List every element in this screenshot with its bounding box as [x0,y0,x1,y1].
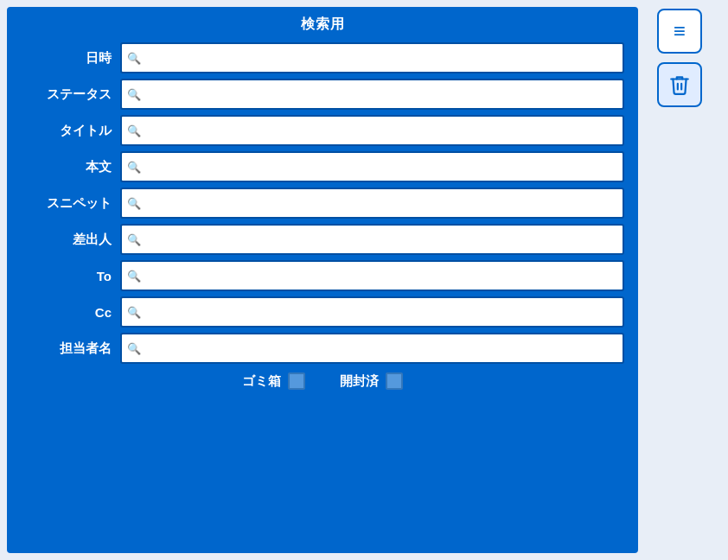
form-row-5: 差出人🔍 [21,224,624,255]
field-label-2: タイトル [21,123,120,139]
kaifuzumi-checkbox[interactable] [386,372,403,390]
gomibako-label: ゴミ箱 [242,373,281,390]
field-label-4: スニペット [21,195,120,212]
form-row-7: Cc🔍 [21,296,624,328]
field-label-8: 担当者名 [21,340,120,357]
field-label-3: 本文 [21,159,120,175]
field-label-7: Cc [21,305,120,320]
panel-title: 検索用 [21,16,624,34]
sidebar [645,0,714,560]
field-input-To[interactable] [120,260,624,291]
checkbox-gomibako-group: ゴミ箱 [242,372,305,390]
field-label-6: To [21,269,120,283]
field-label-5: 差出人 [21,232,120,248]
field-label-1: ステータス [21,86,120,103]
trash-icon [668,73,691,96]
field-input-本文[interactable] [120,151,624,182]
trash-button[interactable] [657,62,702,107]
form-row-8: 担当者名🔍 [21,333,624,364]
form-row-2: タイトル🔍 [21,115,624,146]
gomibako-checkbox[interactable] [288,372,305,390]
field-input-ステータス[interactable] [120,79,624,110]
field-input-担当者名[interactable] [120,333,624,364]
field-input-Cc[interactable] [120,296,624,328]
menu-icon [674,19,686,43]
menu-button[interactable] [657,9,702,54]
field-label-0: 日時 [21,50,120,67]
bottom-row: ゴミ箱 開封済 [21,372,624,390]
form-row-1: ステータス🔍 [21,79,624,110]
field-input-スニペット[interactable] [120,188,624,219]
form-row-6: To🔍 [21,260,624,291]
field-input-日時[interactable] [120,42,624,73]
form-row-0: 日時🔍 [21,42,624,73]
search-panel: 検索用 日時🔍ステータス🔍タイトル🔍本文🔍スニペット🔍差出人🔍To🔍Cc🔍担当者… [7,7,638,553]
form-row-3: 本文🔍 [21,151,624,182]
checkbox-kaifuzumi-group: 開封済 [340,372,403,390]
kaifuzumi-label: 開封済 [340,373,379,390]
form-row-4: スニペット🔍 [21,188,624,219]
field-input-差出人[interactable] [120,224,624,255]
field-input-タイトル[interactable] [120,115,624,146]
